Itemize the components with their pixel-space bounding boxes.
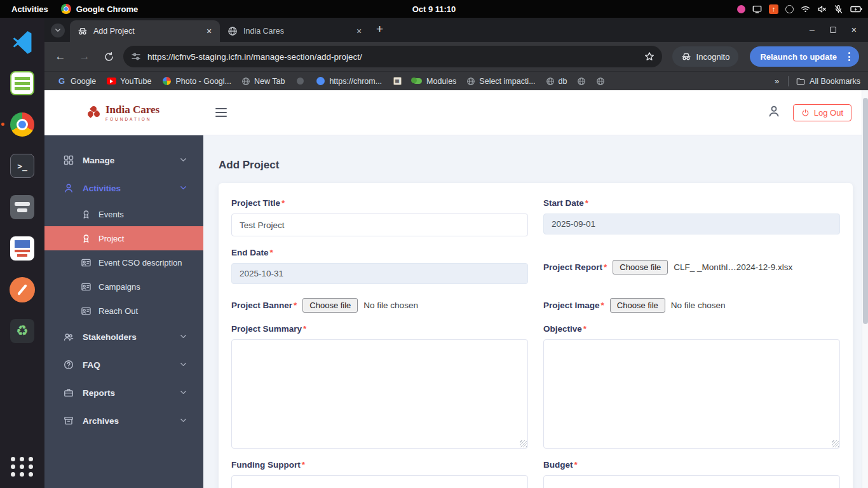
bookmark-icon-only[interactable] — [290, 74, 309, 88]
funding-support-input[interactable] — [231, 475, 528, 488]
user-profile-button[interactable] — [768, 105, 780, 120]
relaunch-label: Relaunch to update — [760, 52, 837, 62]
browser-menu-button[interactable] — [844, 52, 854, 61]
sidebar-item-project[interactable]: Project — [44, 226, 203, 250]
project-title-input[interactable] — [231, 214, 528, 236]
sidebar-item-stakeholders[interactable]: Stakeholders — [44, 323, 203, 351]
new-tab-button[interactable]: + — [376, 22, 383, 36]
mic-muted-icon — [834, 4, 843, 14]
budget-input[interactable] — [543, 475, 840, 488]
sidebar-toggle-button[interactable] — [215, 108, 227, 118]
sidebar-item-events[interactable]: Events — [44, 202, 203, 226]
field-label-text: Project Report — [543, 262, 602, 272]
libreoffice-impress-icon[interactable] — [8, 234, 36, 262]
sidebar-item-faq[interactable]: FAQ — [44, 351, 203, 379]
field-funding-support: Funding Support* — [231, 460, 528, 488]
field-label-text: Project Summary — [231, 324, 302, 334]
recycle-app-icon[interactable]: ♻ — [8, 317, 36, 345]
tab-search-button[interactable] — [51, 24, 65, 37]
objective-textarea[interactable] — [543, 339, 840, 449]
activities-button[interactable]: Activities — [11, 4, 48, 14]
site-info-icon[interactable] — [131, 51, 141, 62]
sidebar-item-label: FAQ — [83, 360, 100, 370]
sidebar-item-event-cso-description[interactable]: Event CSO description — [44, 250, 203, 274]
bookmark-label: Google — [71, 77, 96, 86]
all-bookmarks-button[interactable]: All Bookmarks — [788, 76, 860, 86]
field-label-text: Objective — [543, 324, 582, 334]
back-button[interactable]: ← — [51, 47, 70, 66]
add-project-form-card: Project Title* Start Date* — [219, 183, 853, 488]
bookmark-icon-only[interactable]: ▦ — [388, 74, 407, 88]
bookmark-youtube[interactable]: YouTube — [102, 74, 156, 88]
clock[interactable]: Oct 9 11:10 — [412, 4, 456, 14]
libreoffice-calc-icon[interactable] — [8, 69, 36, 97]
tab-india-cares[interactable]: India Cares × — [220, 20, 370, 42]
tab-close-button[interactable]: × — [203, 25, 215, 37]
tab-close-button[interactable]: × — [353, 25, 365, 37]
browser-toolbar: ← → https://icfnv5-staging.icfn.in/manag… — [44, 42, 868, 71]
relaunch-to-update-button[interactable]: Relaunch to update — [750, 46, 859, 67]
youtube-icon — [106, 76, 116, 86]
blue-dot-icon — [315, 76, 325, 86]
project-summary-textarea[interactable] — [231, 339, 528, 449]
url-text[interactable]: https://icfnv5-staging.icfn.in/manage-se… — [147, 52, 638, 62]
field-project-report: Project Report* Choose file CLF_ _Monthl… — [543, 250, 840, 284]
field-budget: Budget* — [543, 460, 840, 488]
india-cares-logo[interactable]: India Cares FOUNDATION — [88, 104, 159, 121]
project-image-choose-file-button[interactable]: Choose file — [610, 298, 665, 313]
sidebar-item-label: Manage — [83, 156, 114, 165]
start-date-input[interactable] — [543, 214, 840, 234]
project-banner-choose-file-button[interactable]: Choose file — [302, 298, 358, 313]
bookmark-photos[interactable]: Photo - Googl... — [157, 74, 236, 88]
resize-grip-icon[interactable] — [520, 440, 527, 447]
field-label-text: Start Date — [543, 198, 584, 208]
sidebar-nav: Manage Activities Events Project — [44, 135, 203, 488]
bookmark-icon-only[interactable] — [592, 74, 609, 88]
chevron-down-icon — [180, 334, 187, 339]
bookmark-star-icon[interactable] — [644, 51, 654, 62]
address-bar[interactable]: https://icfnv5-staging.icfn.in/manage-se… — [123, 46, 662, 67]
page-scrollbar[interactable] — [862, 90, 868, 488]
sidebar-item-reach-out[interactable]: Reach Out — [44, 299, 203, 323]
resize-grip-icon[interactable] — [832, 440, 839, 447]
logout-button[interactable]: Log Out — [793, 104, 851, 121]
award-icon — [81, 210, 91, 219]
bookmark-label: Photo - Googl... — [175, 77, 231, 86]
bookmark-google[interactable]: G Google — [52, 74, 100, 88]
bookmark-icon-only[interactable] — [573, 74, 590, 88]
show-applications-button[interactable] — [11, 457, 34, 477]
system-tray[interactable]: ↑ — [737, 0, 863, 18]
bookmarks-overflow-button[interactable]: » — [770, 76, 784, 86]
bookmark-new-tab[interactable]: New Tab — [237, 74, 289, 88]
logo-title: India Cares — [105, 104, 159, 116]
files-icon[interactable] — [8, 193, 36, 221]
bookmark-db[interactable]: db — [541, 74, 572, 88]
chrome-dock-icon[interactable] — [8, 111, 36, 139]
required-asterisk: * — [294, 301, 297, 310]
system-top-bar: Activities Google Chrome Oct 9 11:10 ↑ — [0, 0, 868, 18]
sidebar-item-archives[interactable]: Archives — [44, 407, 203, 435]
bookmark-modules[interactable]: Modules — [408, 74, 461, 88]
terminal-icon[interactable]: >_ — [8, 152, 36, 180]
sidebar-item-activities[interactable]: Activities — [44, 174, 203, 202]
drawing-app-icon[interactable] — [8, 276, 36, 304]
scrollbar-thumb[interactable] — [863, 98, 868, 324]
tab-add-project[interactable]: Add Project × — [70, 20, 220, 42]
window-close-button[interactable]: × — [851, 25, 857, 35]
reload-button[interactable] — [99, 47, 118, 66]
window-maximize-button[interactable] — [830, 27, 836, 33]
tab-title: India Cares — [243, 27, 348, 36]
bookmark-select-impact[interactable]: Select impacti... — [462, 74, 539, 88]
end-date-input[interactable] — [231, 263, 528, 284]
vscode-icon[interactable] — [8, 28, 36, 56]
forward-button[interactable]: → — [75, 47, 94, 66]
sidebar-item-reports[interactable]: Reports — [44, 379, 203, 407]
sidebar-item-manage[interactable]: Manage — [44, 146, 203, 174]
bookmark-chrome-link[interactable]: https://chrom... — [311, 74, 386, 88]
sidebar-item-campaigns[interactable]: Campaigns — [44, 274, 203, 299]
field-end-date: End Date* — [231, 248, 528, 284]
project-report-choose-file-button[interactable]: Choose file — [613, 260, 668, 274]
ubuntu-dock: >_ ♻ — [0, 18, 44, 488]
window-minimize-button[interactable]: – — [810, 25, 815, 35]
focused-app-indicator[interactable]: Google Chrome — [61, 4, 139, 14]
